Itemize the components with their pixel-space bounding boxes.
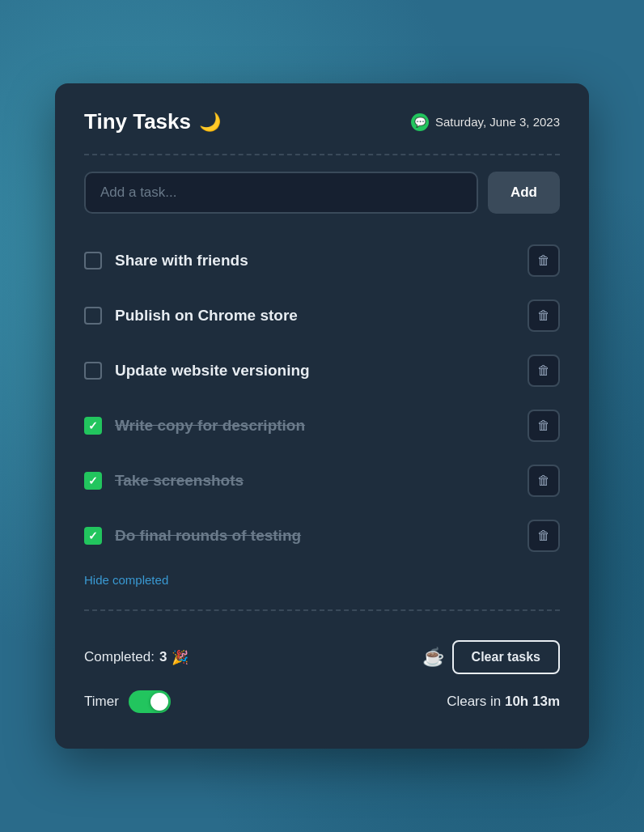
input-row: Add bbox=[84, 172, 560, 214]
completed-info: Completed: 3 🎉 bbox=[84, 649, 189, 666]
footer-bottom: Timer Clears in 10h 13m bbox=[84, 684, 560, 720]
task-item: Publish on Chrome store 🗑 bbox=[84, 288, 560, 343]
task-checkbox-3[interactable] bbox=[84, 362, 102, 380]
toggle-knob bbox=[150, 693, 168, 711]
header-divider bbox=[84, 154, 560, 155]
delete-button-2[interactable]: 🗑 bbox=[527, 299, 560, 332]
delete-button-1[interactable]: 🗑 bbox=[527, 244, 560, 277]
clear-tasks-button[interactable]: Clear tasks bbox=[452, 640, 560, 674]
footer: Completed: 3 🎉 ☕ Clear tasks Timer Clear… bbox=[84, 609, 560, 720]
task-list: Share with friends 🗑 Publish on Chrome s… bbox=[84, 233, 560, 563]
timer-label: Timer bbox=[84, 694, 119, 710]
task-checkbox-5[interactable] bbox=[84, 472, 102, 490]
task-label-3: Update website versioning bbox=[115, 362, 310, 380]
task-left: Write copy for description bbox=[84, 417, 305, 435]
footer-top: Completed: 3 🎉 ☕ Clear tasks bbox=[84, 627, 560, 684]
task-label-1: Share with friends bbox=[115, 252, 248, 270]
party-emoji: 🎉 bbox=[172, 649, 189, 666]
delete-button-5[interactable]: 🗑 bbox=[527, 465, 560, 497]
task-label-6: Do final rounds of testing bbox=[115, 527, 301, 545]
task-item: Write copy for description 🗑 bbox=[84, 398, 560, 453]
clears-time: 10h 13m bbox=[505, 694, 560, 709]
completed-prefix: Completed: bbox=[84, 649, 155, 665]
date-group: 💬 Saturday, June 3, 2023 bbox=[411, 113, 560, 131]
date-label: Saturday, June 3, 2023 bbox=[435, 115, 560, 129]
task-left: Update website versioning bbox=[84, 362, 310, 380]
task-checkbox-6[interactable] bbox=[84, 527, 102, 545]
task-left: Share with friends bbox=[84, 252, 248, 270]
task-label-4: Write copy for description bbox=[115, 417, 305, 435]
hide-completed-button[interactable]: Hide completed bbox=[84, 567, 168, 593]
task-left: Do final rounds of testing bbox=[84, 527, 301, 545]
header: Tiny Tasks 🌙 💬 Saturday, June 3, 2023 bbox=[84, 109, 560, 134]
task-checkbox-4[interactable] bbox=[84, 417, 102, 435]
delete-button-6[interactable]: 🗑 bbox=[527, 520, 560, 552]
task-item: Update website versioning 🗑 bbox=[84, 343, 560, 398]
task-input[interactable] bbox=[84, 172, 478, 214]
completed-count: 3 bbox=[159, 649, 167, 665]
app-card: Tiny Tasks 🌙 💬 Saturday, June 3, 2023 Ad… bbox=[55, 83, 589, 749]
task-item: Take screenshots 🗑 bbox=[84, 453, 560, 508]
app-title-group: Tiny Tasks 🌙 bbox=[84, 109, 221, 134]
timer-toggle[interactable] bbox=[129, 690, 171, 713]
task-item: Share with friends 🗑 bbox=[84, 233, 560, 288]
moon-icon: 🌙 bbox=[199, 112, 221, 133]
add-button[interactable]: Add bbox=[488, 172, 560, 214]
clears-in: Clears in 10h 13m bbox=[447, 694, 560, 710]
task-label-2: Publish on Chrome store bbox=[115, 307, 298, 325]
delete-button-3[interactable]: 🗑 bbox=[527, 354, 560, 387]
task-left: Take screenshots bbox=[84, 472, 244, 490]
footer-divider bbox=[84, 609, 560, 611]
coffee-icon: ☕ bbox=[422, 647, 444, 668]
footer-right: ☕ Clear tasks bbox=[422, 640, 560, 674]
clears-prefix: Clears in bbox=[447, 694, 501, 709]
timer-group: Timer bbox=[84, 690, 171, 713]
task-left: Publish on Chrome store bbox=[84, 307, 298, 325]
task-checkbox-1[interactable] bbox=[84, 252, 102, 270]
task-item: Do final rounds of testing 🗑 bbox=[84, 508, 560, 563]
task-checkbox-2[interactable] bbox=[84, 307, 102, 325]
task-label-5: Take screenshots bbox=[115, 472, 244, 490]
chat-icon: 💬 bbox=[411, 113, 429, 131]
app-title: Tiny Tasks bbox=[84, 109, 191, 134]
delete-button-4[interactable]: 🗑 bbox=[527, 410, 560, 442]
